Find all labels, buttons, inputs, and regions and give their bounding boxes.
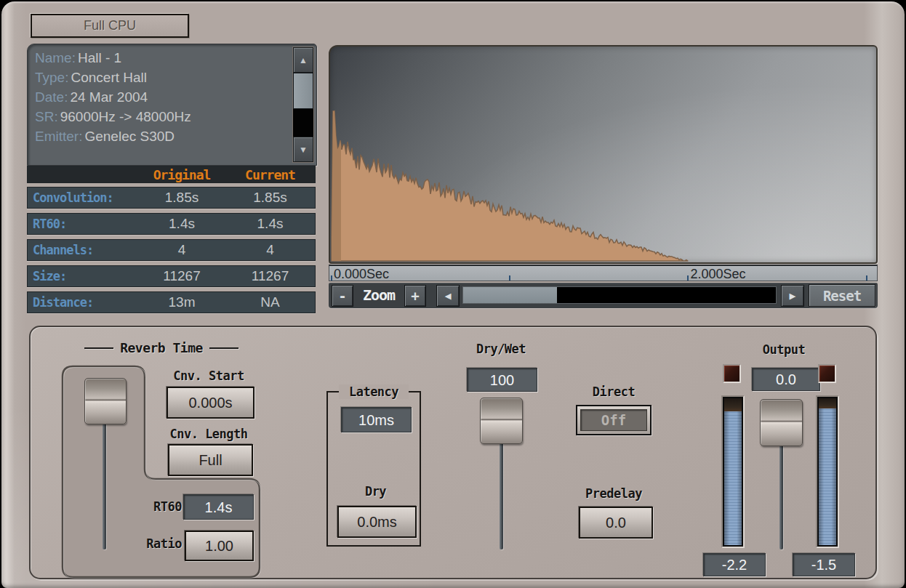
info-label: SR:: [35, 109, 58, 125]
dry-wet-value-display[interactable]: 100: [467, 368, 537, 392]
table-row-convolution: Convolution: 1.85s 1.85s: [27, 187, 316, 209]
zoom-in-button[interactable]: +: [404, 285, 426, 307]
stats-header-row: Original Current: [27, 166, 316, 183]
table-row-size: Size: 11267 11267: [27, 265, 316, 287]
zoom-scroll-bar: - Zoom + ◀ ▶ Reset: [329, 283, 878, 308]
cnv-start-label: Cnv. Start: [151, 368, 267, 383]
scroll-right-icon: ▶: [789, 291, 795, 302]
ruler-tick: [331, 275, 332, 281]
info-value: 96000Hz -> 48000Hz: [60, 109, 191, 125]
info-label: Emitter:: [35, 129, 82, 145]
scroll-right-button[interactable]: ▶: [781, 285, 804, 307]
direct-toggle-button[interactable]: Off: [576, 405, 652, 435]
scroll-up-icon: ▲: [299, 56, 308, 65]
ir-stats-table: Original Current Convolution: 1.85s 1.85…: [27, 166, 316, 318]
predelay-value-button[interactable]: 0.0: [579, 507, 653, 539]
ir-info-panel: Name: Hall - 1 Type: Concert Hall Date: …: [27, 44, 317, 166]
info-label: Name:: [35, 50, 76, 66]
scroll-down-button[interactable]: ▼: [293, 137, 313, 162]
info-value: Hall - 1: [78, 50, 121, 66]
meter-right-value: -1.5: [811, 557, 836, 572]
column-current: Current: [229, 167, 311, 182]
waveform-svg: [330, 48, 876, 262]
cnv-length-label: Cnv. Length: [147, 427, 270, 441]
output-gain-display[interactable]: 0.0: [752, 368, 820, 391]
info-label: Date:: [35, 89, 68, 105]
dry-wet-value: 100: [490, 373, 514, 387]
ruler-label: 0.000Sec: [334, 267, 389, 282]
info-line-date: Date: 24 Mar 2004: [35, 87, 148, 107]
impulse-response-display[interactable]: [329, 45, 878, 264]
direct-value: Off: [601, 412, 626, 428]
output-slider-track[interactable]: [779, 443, 783, 549]
table-row-rt60: RT60: 1.4s 1.4s: [27, 213, 316, 235]
dry-wet-slider-handle[interactable]: [480, 398, 523, 444]
reverb-time-heading: Reverb Time: [80, 340, 243, 355]
rt60-label: RT60: [124, 499, 182, 514]
output-label: Output: [747, 342, 820, 357]
cnv-start-value-button[interactable]: 0.000s: [167, 387, 254, 419]
rt60-value-display[interactable]: 1.4s: [183, 494, 254, 520]
ruler-tick: [509, 275, 510, 281]
heading-dash: [209, 347, 238, 349]
meter-right-readout: -1.5: [793, 553, 855, 576]
controls-panel: Reverb Time Cnv. Start 0.000s Cnv. Lengt…: [29, 326, 877, 579]
meter-headroom: [724, 398, 742, 411]
output-slider-handle[interactable]: [760, 399, 803, 446]
cnv-start-value: 0.000s: [188, 395, 232, 410]
direct-toggle-face: Off: [580, 409, 647, 431]
rt60-value: 1.4s: [205, 500, 233, 515]
time-ruler[interactable]: 0.000Sec2.000Sec: [329, 265, 878, 281]
latency-value-display[interactable]: 10ms: [341, 407, 412, 432]
dry-wet-slider-track[interactable]: [500, 439, 503, 549]
zoom-label: Zoom: [355, 285, 403, 305]
zoom-out-button[interactable]: -: [332, 285, 353, 307]
predelay-label: Predelay: [577, 486, 650, 501]
plus-icon: +: [411, 289, 419, 303]
scroll-up-button[interactable]: ▲: [293, 47, 313, 73]
clip-led-left[interactable]: [723, 364, 741, 383]
reverb-time-slider-track[interactable]: [103, 410, 106, 549]
meter-left-readout: -2.2: [703, 553, 766, 576]
meter-bar: [724, 398, 742, 545]
output-meter-left: [721, 395, 745, 548]
full-cpu-button[interactable]: Full CPU: [31, 14, 189, 38]
dry-value: 0.0ms: [357, 515, 396, 529]
dry-value-button[interactable]: 0.0ms: [337, 506, 417, 538]
scroll-left-button[interactable]: ◀: [436, 285, 460, 307]
meter-headroom: [819, 398, 836, 408]
scrollbar-track[interactable]: [293, 109, 313, 137]
plugin-window: Full CPU Name: Hall - 1 Type: Concert Ha…: [0, 0, 906, 588]
meter-bar: [819, 398, 836, 545]
scroll-down-icon: ▼: [299, 145, 308, 154]
info-label: Type:: [35, 70, 68, 86]
meter-left-value: -2.2: [722, 557, 747, 572]
ratio-label: Ratio: [124, 536, 182, 551]
clip-led-right[interactable]: [818, 364, 836, 383]
predelay-value: 0.0: [606, 515, 626, 530]
direct-label: Direct: [577, 384, 650, 399]
column-original: Original: [135, 167, 229, 182]
full-cpu-label: Full CPU: [84, 18, 136, 33]
table-row-channels: Channels: 4 4: [27, 239, 316, 261]
dry-wet-label: Dry/Wet: [436, 342, 566, 356]
waveform-scroll-thumb[interactable]: [463, 287, 557, 303]
cnv-length-value: Full: [199, 453, 222, 467]
reset-label: Reset: [823, 288, 861, 304]
reset-button[interactable]: Reset: [809, 284, 875, 307]
info-line-name: Name: Hall - 1: [35, 48, 121, 68]
info-scrollbar[interactable]: ▲ ▼: [292, 47, 314, 163]
waveform-scroll-track[interactable]: [462, 286, 777, 304]
ratio-value-button[interactable]: 1.00: [185, 531, 254, 561]
ratio-value: 1.00: [205, 539, 233, 553]
scrollbar-thumb[interactable]: [293, 73, 313, 109]
latency-value: 10ms: [358, 413, 394, 427]
info-value: Concert Hall: [71, 70, 147, 86]
reverb-time-slider-handle[interactable]: [84, 378, 127, 424]
scroll-left-icon: ◀: [444, 291, 451, 302]
dry-label: Dry: [341, 484, 410, 499]
table-row-distance: Distance: 13m NA: [27, 291, 316, 313]
cnv-length-value-button[interactable]: Full: [168, 444, 253, 476]
latency-title: Latency: [339, 384, 409, 399]
output-meter-right: [816, 395, 839, 548]
